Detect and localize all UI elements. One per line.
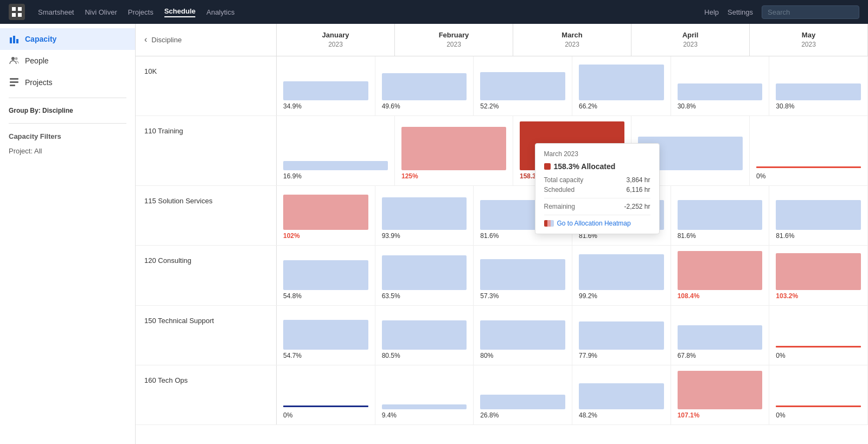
cell-10k-may[interactable]: 30.8% xyxy=(671,56,770,115)
people-icon xyxy=(9,55,20,66)
cell-10k-jan[interactable]: 34.9% xyxy=(277,56,375,115)
main-content: ‹ Discipline January 2023 February 2023 … xyxy=(136,24,868,444)
discipline-120: 120 Consulting xyxy=(136,246,277,305)
cell-10k-apr[interactable]: 66.2% xyxy=(572,56,671,115)
sidebar-item-projects[interactable]: Projects xyxy=(0,72,135,93)
cell-10k-extra[interactable]: 30.8% xyxy=(769,56,868,115)
capacity-filters-label[interactable]: Capacity Filters xyxy=(0,128,135,145)
top-nav: Smartsheet Nivi Oliver Projects Schedule… xyxy=(0,0,868,24)
table-row: 10K 34.9% 49.6% 52.2% 66.2% xyxy=(136,56,868,116)
cell-150-feb[interactable]: 80.5% xyxy=(375,306,474,365)
table-row: 115 Solution Services 102% 93.9% 81.6% 8… xyxy=(136,186,868,246)
cell-110-jan[interactable]: 16.9% xyxy=(277,116,395,185)
cell-120-feb[interactable]: 63.5% xyxy=(375,246,474,305)
sidebar-capacity-label: Capacity xyxy=(25,35,56,43)
cell-10k-feb[interactable]: 49.6% xyxy=(375,56,474,115)
cell-120-mar[interactable]: 57.3% xyxy=(474,246,572,305)
nav-settings[interactable]: Settings xyxy=(727,8,753,16)
project-filter-label[interactable]: Project: All xyxy=(0,145,135,157)
svg-point-8 xyxy=(15,57,18,60)
sidebar-divider-2 xyxy=(9,123,126,124)
discipline-150: 150 Technical Support xyxy=(136,306,277,365)
sidebar-divider xyxy=(9,98,126,98)
nav-help[interactable]: Help xyxy=(704,8,719,16)
cell-110-feb[interactable]: 125% xyxy=(395,116,513,185)
layout: Capacity People Projects Group By: Disci… xyxy=(0,24,868,444)
cell-115-apr[interactable]: 81.6% xyxy=(572,186,671,245)
table-row: 110 Training 16.9% 125% 158.3% March 202… xyxy=(136,116,868,186)
svg-point-7 xyxy=(11,57,15,60)
table-row: 120 Consulting 54.8% 63.5% 57.3% 99.2% xyxy=(136,246,868,306)
month-header-feb: February 2023 xyxy=(395,24,513,56)
grid-container: ‹ Discipline January 2023 February 2023 … xyxy=(136,24,868,425)
month-header-mar: March 2023 xyxy=(513,24,631,56)
search-input[interactable] xyxy=(762,5,859,19)
month-header-jan: January 2023 xyxy=(277,24,395,56)
discipline-10k: 10K xyxy=(136,56,277,115)
discipline-115: 115 Solution Services xyxy=(136,186,277,245)
capacity-icon xyxy=(9,34,20,44)
cell-120-apr[interactable]: 99.2% xyxy=(572,246,671,305)
nav-links: Smartsheet Nivi Oliver Projects Schedule… xyxy=(38,7,235,17)
nav-projects[interactable]: Projects xyxy=(128,8,154,16)
sidebar-item-capacity[interactable]: Capacity xyxy=(0,28,135,50)
cell-115-feb[interactable]: 93.9% xyxy=(375,186,474,245)
svg-rect-4 xyxy=(10,37,12,43)
cell-150-extra[interactable]: 0% xyxy=(769,306,868,365)
cell-115-jan[interactable]: 102% xyxy=(277,186,375,245)
cell-160-may[interactable]: 107.1% xyxy=(671,365,770,424)
month-header-may: May 2023 xyxy=(750,24,868,56)
discipline-110-training: 110 Training xyxy=(136,116,277,185)
cell-110-apr[interactable]: 62.1% xyxy=(631,116,750,185)
nav-smartsheet[interactable]: Smartsheet xyxy=(38,8,74,16)
cell-160-feb[interactable]: 9.4% xyxy=(375,365,474,424)
group-by-label: Group By: Discipline xyxy=(0,102,135,119)
cell-115-may[interactable]: 81.6% xyxy=(671,186,770,245)
cell-115-mar[interactable]: 81.6% xyxy=(474,186,572,245)
cell-120-extra[interactable]: 103.2% xyxy=(769,246,868,305)
svg-rect-3 xyxy=(18,13,22,17)
cell-10k-mar[interactable]: 52.2% xyxy=(474,56,572,115)
header-row: ‹ Discipline January 2023 February 2023 … xyxy=(136,24,868,56)
back-arrow-icon[interactable]: ‹ xyxy=(144,35,147,44)
discipline-col-label: Discipline xyxy=(151,36,182,44)
svg-rect-10 xyxy=(10,81,18,83)
sidebar: Capacity People Projects Group By: Disci… xyxy=(0,24,136,444)
month-header-apr: April 2023 xyxy=(631,24,750,56)
cell-150-apr[interactable]: 77.9% xyxy=(572,306,671,365)
table-row: 150 Technical Support 54.7% 80.5% 80% 77… xyxy=(136,306,868,365)
sidebar-projects-label: Projects xyxy=(25,78,53,87)
nav-schedule[interactable]: Schedule xyxy=(164,7,196,17)
svg-rect-1 xyxy=(18,7,22,11)
discipline-header: ‹ Discipline xyxy=(136,24,277,56)
cell-160-apr[interactable]: 48.2% xyxy=(572,365,671,424)
projects-icon xyxy=(9,77,20,88)
svg-rect-9 xyxy=(10,78,18,80)
cell-150-mar[interactable]: 80% xyxy=(474,306,572,365)
discipline-160: 160 Tech Ops xyxy=(136,365,277,424)
svg-rect-11 xyxy=(10,85,15,86)
cell-110-may[interactable]: 0% xyxy=(750,116,868,185)
cell-160-extra[interactable]: 0% xyxy=(769,365,868,424)
sidebar-people-label: People xyxy=(25,56,49,65)
nav-right: Help Settings xyxy=(704,5,859,19)
cell-160-jan[interactable]: 0% xyxy=(277,365,375,424)
cell-120-may[interactable]: 108.4% xyxy=(671,246,770,305)
svg-rect-6 xyxy=(16,39,18,43)
cell-120-jan[interactable]: 54.8% xyxy=(277,246,375,305)
cell-160-mar[interactable]: 26.8% xyxy=(474,365,572,424)
cell-115-extra[interactable]: 81.6% xyxy=(769,186,868,245)
svg-rect-0 xyxy=(12,7,16,11)
logo xyxy=(9,4,25,20)
svg-rect-2 xyxy=(12,13,16,17)
nav-user[interactable]: Nivi Oliver xyxy=(85,8,117,16)
sidebar-item-people[interactable]: People xyxy=(0,50,135,72)
nav-analytics[interactable]: Analytics xyxy=(206,8,234,16)
svg-rect-5 xyxy=(13,36,15,43)
cell-150-jan[interactable]: 54.7% xyxy=(277,306,375,365)
cell-110-mar[interactable]: 158.3% March 2023 158.3% Allocated Total… xyxy=(513,116,631,185)
cell-150-may[interactable]: 67.8% xyxy=(671,306,770,365)
table-row: 160 Tech Ops 0% 9.4% 26.8% 48 xyxy=(136,365,868,425)
